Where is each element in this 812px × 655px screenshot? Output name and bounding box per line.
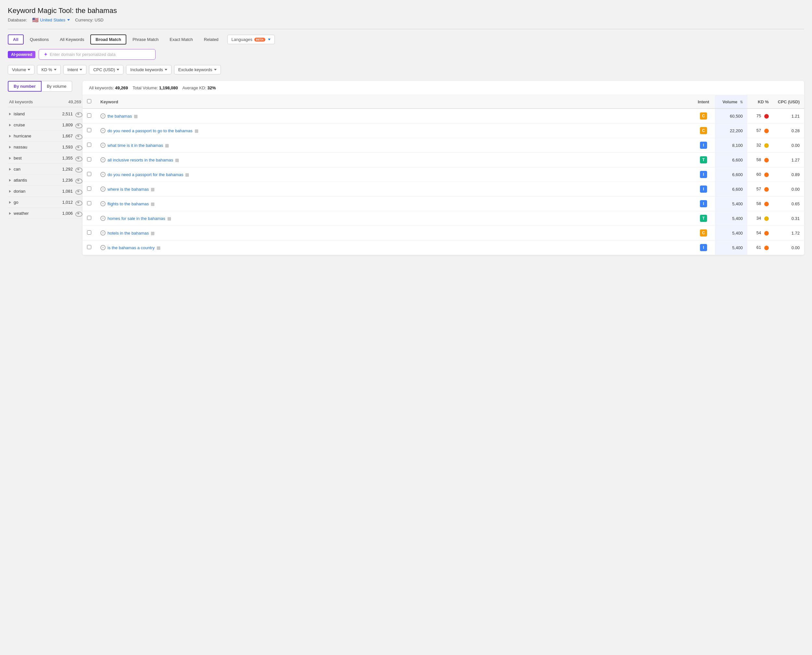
row-checkbox[interactable] (87, 157, 91, 161)
cpc-cell: 0.00 (774, 138, 804, 153)
add-keyword-icon[interactable]: + (100, 186, 106, 192)
tab-exact-match[interactable]: Exact Match (165, 35, 198, 44)
row-checkbox[interactable] (87, 231, 91, 235)
add-keyword-icon[interactable]: + (100, 216, 106, 221)
eye-icon[interactable] (75, 178, 81, 182)
add-keyword-icon[interactable]: + (100, 157, 106, 163)
sidebar-item-dorian[interactable]: dorian 1,081 (8, 186, 83, 197)
chevron-down-icon (165, 69, 167, 71)
intent-badge: I (700, 171, 707, 178)
keyword-link[interactable]: + homes for sale in the bahamas ▩ (100, 216, 688, 221)
row-checkbox[interactable] (87, 216, 91, 220)
eye-icon[interactable] (75, 156, 81, 160)
table-row: + hotels in the bahamas ▩ C 5,400 54 1.7… (83, 226, 804, 240)
sidebar-item-nassau[interactable]: nassau 1,593 (8, 141, 83, 153)
eye-icon[interactable] (75, 123, 81, 127)
kd-cell: 61 (748, 240, 774, 255)
keyword-link[interactable]: + where is the bahamas ▩ (100, 186, 688, 192)
filter-exclude[interactable]: Exclude keywords (174, 65, 221, 74)
tab-broad-match[interactable]: Broad Match (90, 34, 126, 45)
row-checkbox[interactable] (87, 128, 91, 132)
row-checkbox[interactable] (87, 201, 91, 205)
database-label: Database: (8, 17, 27, 22)
table-row: + flights to the bahamas ▩ I 5,400 58 0.… (83, 197, 804, 211)
view-by-volume[interactable]: By volume (41, 81, 72, 92)
page-icon: ▩ (134, 114, 138, 118)
keyword-link[interactable]: + is the bahamas a country ▩ (100, 245, 688, 250)
eye-icon[interactable] (75, 167, 81, 171)
keyword-link[interactable]: + flights to the bahamas ▩ (100, 201, 688, 206)
kd-dot (764, 246, 769, 250)
tab-phrase-match[interactable]: Phrase Match (127, 35, 163, 44)
col-volume[interactable]: Volume ⇅ (715, 95, 748, 109)
keyword-text: do you need a passport for the bahamas (107, 172, 183, 177)
col-intent: Intent (692, 95, 715, 109)
keyword-text: do you need a passport to go to the baha… (107, 128, 193, 133)
tab-questions[interactable]: Questions (25, 35, 54, 44)
keyword-link[interactable]: + what time is it in the bahamas ▩ (100, 143, 688, 148)
select-all-checkbox[interactable] (87, 99, 91, 103)
filter-exclude-label: Exclude keywords (178, 67, 212, 72)
tab-all[interactable]: All (8, 34, 24, 45)
sidebar-item-go[interactable]: go 1,012 (8, 197, 83, 208)
filter-include[interactable]: Include keywords (126, 65, 171, 74)
filter-cpc[interactable]: CPC (USD) (89, 65, 123, 74)
eye-icon[interactable] (75, 212, 81, 215)
database-selector[interactable]: 🇺🇸 United States (32, 17, 70, 23)
kd-dot (764, 114, 769, 118)
eye-icon[interactable] (75, 112, 81, 116)
keyword-link[interactable]: + hotels in the bahamas ▩ (100, 231, 688, 235)
sidebar-item-atlantis[interactable]: atlantis 1,236 (8, 175, 83, 186)
kd-cell: 75 (748, 109, 774, 123)
eye-icon[interactable] (75, 189, 81, 193)
sidebar-item-can[interactable]: can 1,292 (8, 164, 83, 175)
add-keyword-icon[interactable]: + (100, 128, 106, 133)
kd-cell: 57 (748, 123, 774, 138)
add-keyword-icon[interactable]: + (100, 231, 106, 235)
keyword-text: the bahamas (107, 114, 132, 118)
sidebar-item-cruise[interactable]: cruise 1,809 (8, 120, 83, 131)
row-checkbox-cell (83, 240, 96, 255)
eye-icon[interactable] (75, 145, 81, 149)
add-keyword-icon[interactable]: + (100, 172, 106, 177)
tab-related[interactable]: Related (199, 35, 224, 44)
intent-badge: C (700, 112, 707, 120)
eye-icon[interactable] (75, 200, 81, 204)
sidebar-item-best[interactable]: best 1,355 (8, 153, 83, 164)
sidebar-item-weather[interactable]: weather 1,006 (8, 208, 83, 219)
row-checkbox-cell (83, 153, 96, 167)
keywords-table: Keyword Intent Volume ⇅ KD % CPC (USD) (83, 95, 804, 255)
keyword-cell: + homes for sale in the bahamas ▩ (96, 211, 692, 226)
tabs-row: All Questions All Keywords Broad Match P… (8, 34, 804, 45)
tab-all-keywords[interactable]: All Keywords (55, 35, 89, 44)
keyword-link[interactable]: + do you need a passport for the bahamas… (100, 172, 688, 177)
row-checkbox[interactable] (87, 114, 91, 118)
row-checkbox[interactable] (87, 143, 91, 147)
keyword-link[interactable]: + the bahamas ▩ (100, 114, 688, 118)
keyword-link[interactable]: + all inclusive resorts in the bahamas ▩ (100, 157, 688, 163)
add-keyword-icon[interactable]: + (100, 245, 106, 250)
ai-input-placeholder: Enter domain for personalized data (50, 52, 115, 57)
filter-intent[interactable]: Intent (63, 65, 87, 74)
col-kd[interactable]: KD % (748, 95, 774, 109)
ai-domain-input-wrap[interactable]: ✦ Enter domain for personalized data (38, 49, 156, 60)
view-by-number[interactable]: By number (8, 81, 41, 92)
languages-dropdown[interactable]: Languages beta (227, 35, 275, 44)
sidebar-item-island[interactable]: island 2,511 (8, 109, 83, 120)
keyword-link[interactable]: + do you need a passport to go to the ba… (100, 128, 688, 133)
row-checkbox[interactable] (87, 245, 91, 249)
filter-volume[interactable]: Volume (8, 65, 34, 74)
add-keyword-icon[interactable]: + (100, 143, 106, 148)
row-checkbox[interactable] (87, 172, 91, 176)
col-cpc[interactable]: CPC (USD) (774, 95, 804, 109)
eye-icon[interactable] (75, 134, 81, 138)
row-checkbox[interactable] (87, 186, 91, 191)
keyword-cell: + where is the bahamas ▩ (96, 182, 692, 197)
filter-kd[interactable]: KD % (37, 65, 60, 74)
sidebar-item-hurricane[interactable]: hurricane 1,667 (8, 131, 83, 141)
view-toggle: By number By volume (8, 81, 83, 92)
table-row: + what time is it in the bahamas ▩ I 8,1… (83, 138, 804, 153)
add-keyword-icon[interactable]: + (100, 114, 106, 118)
volume-cell: 5,400 (715, 197, 748, 211)
add-keyword-icon[interactable]: + (100, 201, 106, 206)
